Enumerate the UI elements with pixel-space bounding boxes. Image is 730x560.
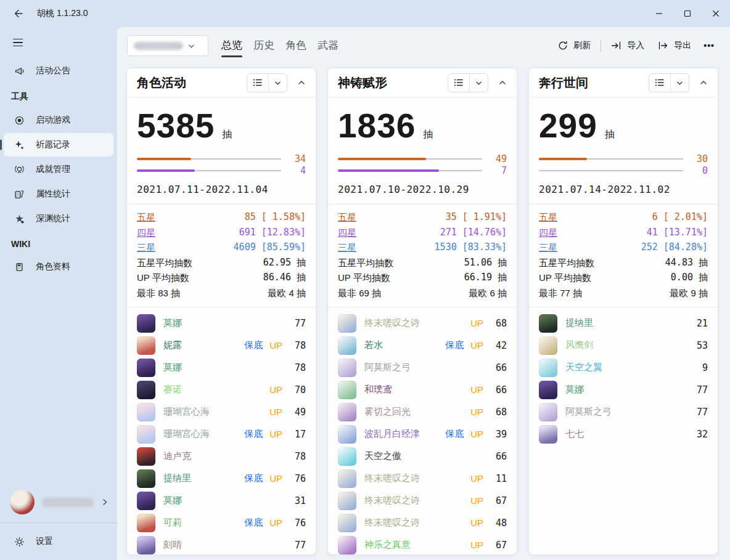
- item-icon: [539, 403, 557, 421]
- sidebar-item[interactable]: 成就管理: [4, 158, 113, 181]
- collapse-button[interactable]: [695, 75, 712, 91]
- item-icon: [338, 381, 356, 399]
- tab-item[interactable]: 角色: [280, 33, 312, 59]
- pity-fill: [137, 158, 191, 160]
- four-star-link[interactable]: 四星: [137, 226, 155, 239]
- menu-button[interactable]: [7, 32, 28, 53]
- tab-item[interactable]: 总览: [216, 33, 248, 59]
- account-name-redacted: [134, 42, 183, 50]
- item-pull-count: 21: [691, 318, 708, 329]
- refresh-label: 刷新: [573, 40, 591, 51]
- sidebar-item[interactable]: 活动公告: [4, 59, 113, 83]
- chevron-down-icon[interactable]: [470, 74, 488, 92]
- tab-item[interactable]: 武器: [312, 33, 344, 59]
- item-name: 终末嗟叹之诗: [364, 473, 420, 484]
- item-pull-count: 31: [289, 495, 306, 506]
- item-pull-count: 70: [289, 384, 306, 396]
- titlebar: 胡桃 1.1.23.0: [0, 0, 730, 27]
- item-pull-count: 66: [490, 451, 507, 462]
- item-name: 珊瑚宫心海: [163, 406, 210, 418]
- sidebar-item-label: 角色资料: [36, 261, 70, 272]
- sidebar-item-settings[interactable]: 设置: [4, 526, 113, 558]
- list-view-icon[interactable]: [448, 74, 469, 92]
- item-pull-count: 68: [490, 318, 507, 329]
- chevron-up-icon: [700, 79, 707, 86]
- export-button[interactable]: 导出: [651, 36, 698, 55]
- item-icon: [338, 492, 356, 510]
- character-wiki-icon: [14, 262, 25, 272]
- collapse-button[interactable]: [494, 75, 511, 91]
- three-star-link[interactable]: 三星: [338, 241, 356, 254]
- back-button[interactable]: [9, 4, 28, 23]
- item-name: 莫娜: [565, 384, 584, 396]
- more-button[interactable]: •••: [698, 36, 720, 55]
- view-mode-split-button[interactable]: [649, 73, 689, 92]
- sidebar-item[interactable]: 属性统计: [4, 182, 113, 206]
- sidebar-item[interactable]: 启动游戏: [4, 108, 113, 132]
- sidebar-item[interactable]: 角色资料: [4, 255, 113, 278]
- tab-item[interactable]: 历史: [248, 33, 280, 59]
- four-star-link[interactable]: 四星: [338, 226, 356, 239]
- three-star-link[interactable]: 三星: [539, 241, 557, 254]
- card-title: 角色活动: [137, 75, 186, 91]
- sidebar-nav: 活动公告 工具: [0, 58, 117, 280]
- chevron-up-icon: [499, 79, 506, 86]
- pull-item-row: 迪卢克 78: [137, 445, 306, 468]
- view-mode-split-button[interactable]: [247, 73, 287, 92]
- maximize-button[interactable]: [673, 0, 702, 27]
- sidebar-item[interactable]: 祈愿记录: [4, 133, 113, 156]
- collapse-button[interactable]: [293, 75, 310, 91]
- pull-item-row: 天空之傲 66: [338, 445, 507, 468]
- date-range: 2021.07.14-2022.11.02: [539, 184, 708, 195]
- up-badge: UP: [269, 517, 282, 528]
- chevron-down-icon[interactable]: [671, 74, 689, 92]
- avg-five-value: 51.06 抽: [464, 256, 507, 269]
- five-star-count: 35 [ 1.91%]: [446, 211, 507, 224]
- account-selector-dropdown[interactable]: [127, 35, 208, 56]
- total-pulls: 299: [539, 107, 597, 145]
- three-star-count: 252 [84.28%]: [641, 241, 708, 254]
- list-view-icon[interactable]: [247, 74, 268, 92]
- five-star-link[interactable]: 五星: [539, 211, 557, 224]
- five-star-link[interactable]: 五星: [137, 211, 155, 224]
- item-icon: [137, 425, 155, 444]
- total-pulls-unit: 抽: [423, 128, 433, 141]
- avg-five-value: 44.83 抽: [665, 256, 708, 269]
- four-star-pity-bar: 7: [338, 164, 507, 176]
- chevron-down-icon[interactable]: [269, 74, 287, 92]
- item-pull-count: 78: [289, 340, 306, 351]
- item-icon: [338, 359, 356, 377]
- pull-item-row: 珊瑚宫心海 保底 UP 17: [137, 423, 306, 445]
- import-button[interactable]: 导入: [604, 36, 651, 55]
- settings-label: 设置: [36, 536, 53, 547]
- property-stats-icon: [14, 189, 25, 200]
- five-star-count: 6 [ 2.01%]: [652, 211, 708, 224]
- close-button[interactable]: [702, 0, 730, 27]
- pull-item-row: 雾切之回光 UP 68: [338, 401, 507, 423]
- item-icon: [137, 447, 155, 466]
- sidebar-item[interactable]: 深渊统计: [4, 207, 113, 230]
- view-mode-split-button[interactable]: [448, 73, 488, 92]
- avg-up-label: UP 平均抽数: [539, 271, 591, 284]
- up-badge: UP: [470, 540, 483, 550]
- export-icon: [658, 41, 668, 51]
- item-icon: [539, 381, 557, 399]
- list-view-icon[interactable]: [649, 74, 670, 92]
- user-profile[interactable]: [0, 484, 117, 520]
- pull-item-row: 提纳里 保底 UP 76: [137, 468, 306, 490]
- four-star-link[interactable]: 四星: [539, 226, 557, 239]
- five-star-link[interactable]: 五星: [338, 211, 356, 224]
- import-label: 导入: [627, 40, 644, 51]
- three-star-link[interactable]: 三星: [137, 241, 155, 254]
- worst-pull: 最非 69 抽: [338, 286, 381, 299]
- toolbar-separator: [601, 39, 601, 52]
- user-avatar: [10, 490, 35, 514]
- guarantee-badge: 保底: [244, 339, 263, 351]
- up-badge: UP: [470, 318, 483, 328]
- item-name: 莫娜: [163, 495, 182, 506]
- item-name: 天空之傲: [364, 450, 401, 462]
- item-icon: [539, 425, 557, 444]
- minimize-button[interactable]: [645, 0, 673, 27]
- refresh-button[interactable]: 刷新: [551, 36, 597, 55]
- five-star-pity-bar: 34: [137, 153, 306, 164]
